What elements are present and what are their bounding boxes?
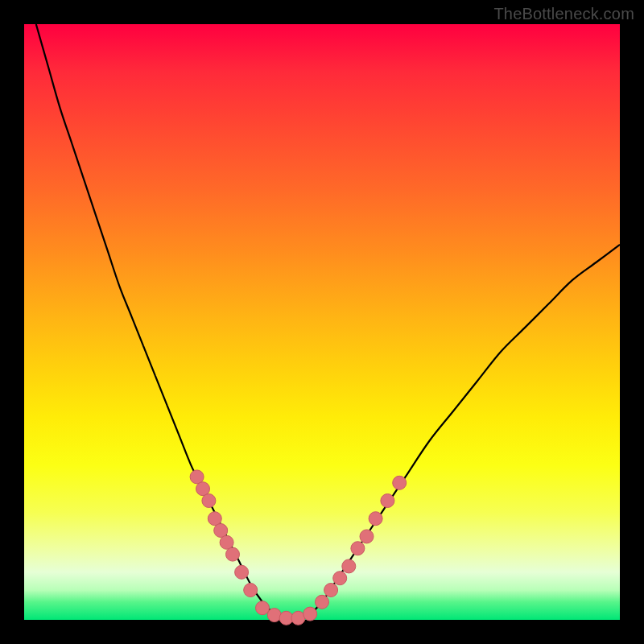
data-marker	[235, 565, 249, 579]
data-marker	[244, 584, 258, 597]
data-marker	[256, 601, 270, 615]
data-marker	[351, 542, 365, 555]
bottleneck-curve	[36, 24, 620, 621]
watermark-text: TheBottleneck.com	[493, 5, 634, 23]
marker-group	[190, 470, 407, 625]
data-marker	[342, 559, 356, 573]
chart-svg	[24, 24, 620, 620]
data-marker	[303, 607, 317, 621]
data-marker	[226, 547, 240, 561]
data-marker	[267, 609, 281, 622]
data-marker	[333, 572, 347, 585]
data-marker	[393, 476, 407, 489]
data-marker	[316, 595, 329, 609]
data-marker	[360, 530, 374, 543]
chart-frame: TheBottleneck.com	[0, 0, 644, 644]
data-marker	[369, 512, 382, 526]
data-marker	[324, 584, 338, 597]
data-marker	[202, 494, 216, 508]
data-marker	[381, 494, 394, 508]
plot-background	[24, 24, 620, 620]
